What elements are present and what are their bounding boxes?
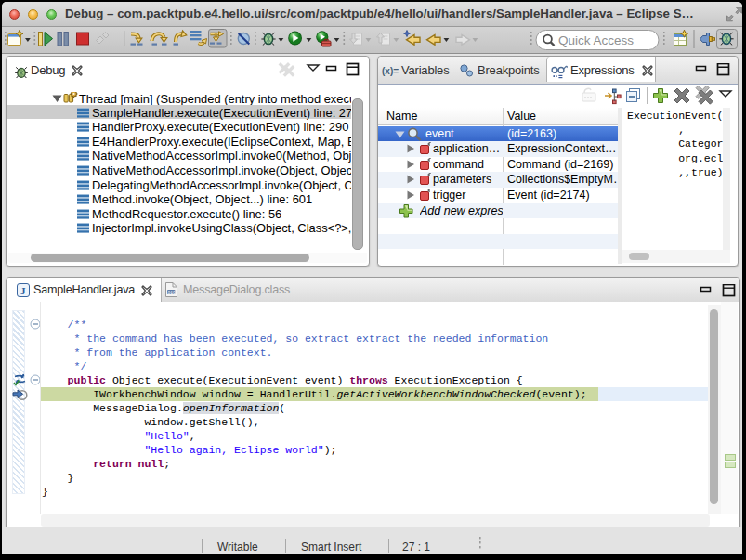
svg-text:(x)=: (x)= <box>382 66 399 76</box>
svg-text:010: 010 <box>168 291 177 295</box>
svg-text:Quick Access: Quick Access <box>558 33 634 47</box>
svg-text:J: J <box>20 285 26 296</box>
